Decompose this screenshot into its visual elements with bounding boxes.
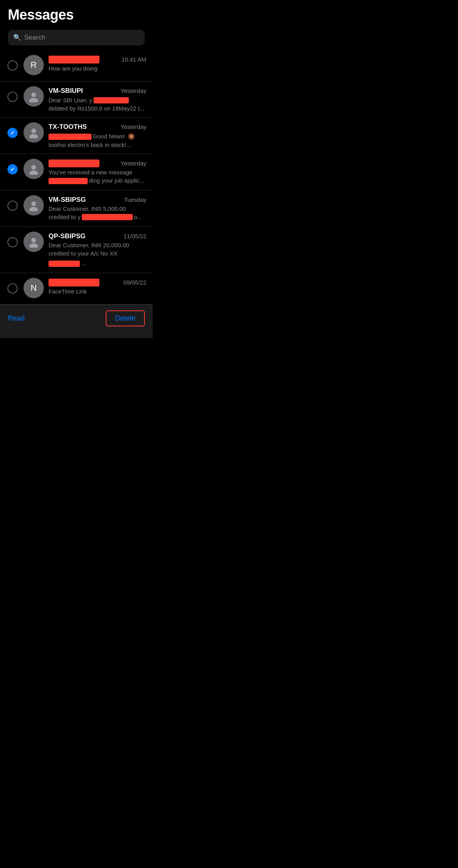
message-top-row: TX-TOOTHS Yesterday: [49, 123, 146, 131]
svg-point-3: [29, 134, 38, 138]
list-item[interactable]: N 09/05/22 FaceTime Link: [0, 273, 153, 304]
redacted-content: [49, 178, 88, 184]
svg-point-6: [31, 201, 36, 206]
message-top-row: 09/05/22: [49, 279, 146, 286]
checkbox[interactable]: [7, 237, 18, 247]
avatar: [23, 195, 44, 216]
message-content: VM-SBIUPI Yesterday Dear SBI User, y deb…: [49, 86, 146, 113]
svg-point-0: [31, 92, 36, 97]
message-preview-line2: credited to y o...: [49, 213, 146, 222]
checkbox-area[interactable]: [6, 232, 19, 247]
message-preview: You've received a new message: [49, 169, 146, 176]
message-preview-line2: credited to your A/c No XX ...: [49, 249, 146, 268]
delete-button[interactable]: Delete: [106, 310, 145, 326]
message-content: 09/05/22 FaceTime Link: [49, 278, 146, 295]
redacted-content: [49, 261, 80, 267]
checkbox-area[interactable]: [6, 55, 19, 71]
message-preview: FaceTime Link: [49, 288, 146, 295]
search-bar[interactable]: 🔍 Search: [8, 30, 145, 45]
list-item[interactable]: VM-SBIUPI Yesterday Dear SBI User, y deb…: [0, 82, 153, 118]
sender-name-redacted: [49, 159, 99, 167]
checkbox[interactable]: ✓: [7, 128, 18, 138]
message-top-row: QP-SBIPSG 11/05/22: [49, 232, 146, 240]
checkmark-icon: ✓: [10, 130, 15, 136]
message-top-row: VM-SBIUPI Yesterday: [49, 87, 146, 95]
list-item[interactable]: ✓ Yesterday You've received a new messag…: [0, 154, 153, 190]
avatar: N: [23, 278, 44, 298]
message-preview: Good News! 🔕: [49, 132, 146, 141]
svg-point-8: [31, 238, 36, 243]
checkbox[interactable]: ✓: [7, 164, 18, 174]
message-preview: Dear Customer, INR 20,000.00: [49, 241, 146, 249]
messages-list: R 10:41 AM How are you doing: [0, 50, 153, 304]
message-time: Yesterday: [121, 87, 146, 94]
person-icon: [28, 163, 40, 175]
read-button[interactable]: Read: [8, 314, 25, 323]
preview-text: credited to y: [49, 213, 81, 222]
message-preview-line2: toothsi electro's back in stock!...: [49, 141, 146, 149]
svg-point-9: [29, 243, 38, 248]
list-item[interactable]: R 10:41 AM How are you doing: [0, 50, 153, 82]
list-item[interactable]: ✓ TX-TOOTHS Yesterday Good News! 🔕: [0, 118, 153, 154]
svg-point-7: [29, 207, 38, 211]
message-content: Yesterday You've received a new message …: [49, 159, 146, 185]
preview-text: credited to your A/c No XX: [49, 249, 117, 258]
svg-point-4: [31, 165, 36, 170]
person-icon: [28, 236, 40, 248]
sender-name-redacted: [49, 279, 99, 286]
preview-text: ding your job applic...: [89, 176, 144, 185]
sender-name: TX-TOOTHS: [49, 123, 117, 131]
message-preview-line2: ding your job applic...: [49, 176, 146, 185]
sender-name: VM-SBIPSG: [49, 196, 121, 204]
message-content: QP-SBIPSG 11/05/22 Dear Customer, INR 20…: [49, 232, 146, 268]
avatar-letter: R: [31, 60, 37, 70]
message-preview: Dear SBI User, y: [49, 96, 146, 105]
avatar: [23, 86, 44, 107]
checkbox[interactable]: [7, 92, 18, 102]
svg-point-2: [31, 129, 36, 133]
message-preview-line2: debited by Rs1500.0 on 18May22 t...: [49, 105, 146, 112]
person-icon: [28, 91, 40, 102]
message-preview: Dear Customer, INR 5,000.00: [49, 205, 146, 213]
checkbox-area[interactable]: [6, 278, 19, 294]
checkbox-area[interactable]: ✓: [6, 159, 19, 174]
list-item[interactable]: QP-SBIPSG 11/05/22 Dear Customer, INR 20…: [0, 227, 153, 273]
preview-text: Dear SBI User, y: [49, 96, 92, 105]
header: Messages: [0, 0, 153, 26]
person-icon: [28, 127, 40, 138]
page-title: Messages: [8, 7, 145, 23]
search-placeholder: Search: [24, 34, 45, 42]
preview-text-suffix: ...: [81, 259, 86, 268]
redacted-content: [94, 97, 129, 103]
svg-point-1: [29, 98, 38, 102]
checkbox-area[interactable]: ✓: [6, 122, 19, 138]
avatar: [23, 232, 44, 252]
checkbox[interactable]: [7, 283, 18, 294]
sender-name: VM-SBIUPI: [49, 87, 117, 95]
checkbox[interactable]: [7, 60, 18, 71]
checkbox[interactable]: [7, 201, 18, 211]
message-content: 10:41 AM How are you doing: [49, 55, 146, 72]
message-content: VM-SBIPSG Tuesday Dear Customer, INR 5,0…: [49, 195, 146, 222]
bottom-bar: Read Delete: [0, 304, 153, 338]
message-top-row: VM-SBIPSG Tuesday: [49, 196, 146, 204]
message-time: Tuesday: [124, 196, 146, 203]
message-top-row: 10:41 AM: [49, 56, 146, 63]
search-icon: 🔍: [13, 34, 21, 41]
redacted-content: [49, 134, 92, 140]
list-item[interactable]: VM-SBIPSG Tuesday Dear Customer, INR 5,0…: [0, 190, 153, 227]
avatar: R: [23, 55, 44, 75]
person-icon: [28, 199, 40, 211]
messages-app: Messages 🔍 Search R 10:41 AM How are you…: [0, 0, 153, 338]
sender-name: QP-SBIPSG: [49, 232, 121, 240]
message-time: 11/05/22: [124, 232, 146, 239]
message-time: 09/05/22: [124, 279, 146, 286]
message-top-row: Yesterday: [49, 159, 146, 167]
message-time: Yesterday: [121, 123, 146, 130]
checkbox-area[interactable]: [6, 86, 19, 102]
preview-text: Good News!: [93, 132, 125, 141]
avatar: [23, 122, 44, 143]
avatar-letter: N: [31, 283, 37, 293]
checkbox-area[interactable]: [6, 195, 19, 211]
sender-name-redacted: [49, 56, 99, 63]
